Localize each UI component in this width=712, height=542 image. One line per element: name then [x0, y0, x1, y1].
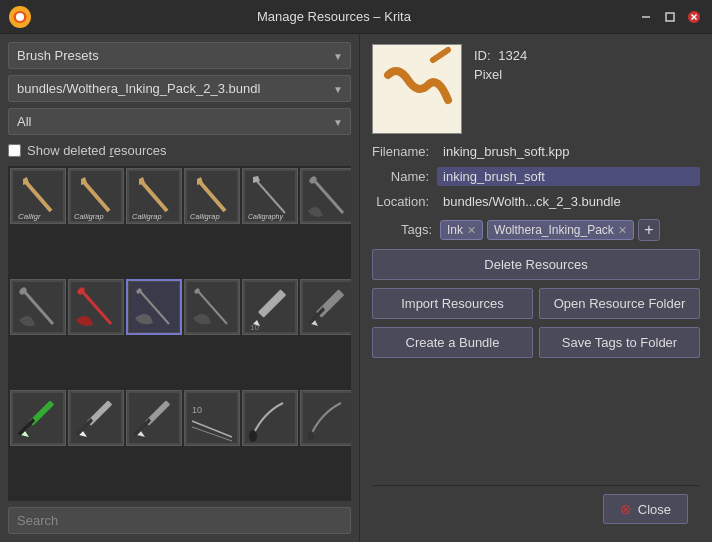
preview-info: ID: 1324 Pixel: [474, 44, 527, 82]
svg-point-56: [308, 431, 314, 441]
bundle-save-row: Create a Bundle Save Tags to Folder: [372, 327, 700, 358]
minimize-button[interactable]: [636, 7, 656, 27]
filename-label: Filename:: [372, 144, 429, 159]
left-panel: Brush Presets Patterns Gradients Palette…: [0, 34, 360, 542]
filename-value: inking_brush_soft.kpp: [437, 142, 700, 161]
brush-preset-grid: Calligr Calligrap: [8, 166, 351, 501]
close-dialog-label: Close: [638, 502, 671, 517]
create-bundle-button[interactable]: Create a Bundle: [372, 327, 533, 358]
brush-item[interactable]: [126, 279, 182, 335]
svg-text:10: 10: [250, 323, 259, 332]
tag-ink-remove-icon[interactable]: ✕: [467, 224, 476, 237]
brush-item[interactable]: [300, 279, 351, 335]
close-dialog-icon: ⊗: [620, 501, 632, 517]
brush-item[interactable]: [10, 390, 66, 446]
titlebar: Manage Resources – Krita: [0, 0, 712, 34]
brush-item[interactable]: Calligrap: [126, 168, 182, 224]
brush-item[interactable]: [184, 279, 240, 335]
bundle-dropdown-row: bundles/Wolthera_Inking_Pack_2_3.bundl A…: [8, 75, 351, 102]
svg-text:Calligrap: Calligrap: [132, 212, 162, 221]
show-deleted-row: Show deleted resources: [8, 141, 351, 160]
show-deleted-label[interactable]: Show deleted resources: [27, 143, 167, 158]
tags-container: Ink ✕ Wolthera_Inking_Pack ✕ +: [440, 219, 660, 241]
close-window-button[interactable]: [684, 7, 704, 27]
svg-text:Calligraphy: Calligraphy: [248, 213, 284, 221]
brush-item[interactable]: [68, 390, 124, 446]
name-label: Name:: [372, 169, 429, 184]
import-resources-button[interactable]: Import Resources: [372, 288, 533, 319]
filter-dropdown[interactable]: All Active Deleted: [8, 108, 351, 135]
svg-text:Calligr: Calligr: [18, 212, 41, 221]
delete-resources-button[interactable]: Delete Resources: [372, 249, 700, 280]
brush-item[interactable]: Calligr: [10, 168, 66, 224]
filter-dropdown-row: All Active Deleted ▼: [8, 108, 351, 135]
svg-point-54: [249, 430, 257, 442]
bottom-bar: ⊗ Close: [372, 485, 700, 532]
tag-add-button[interactable]: +: [638, 219, 660, 241]
id-label: ID:: [474, 48, 491, 63]
resource-type: Pixel: [474, 67, 527, 82]
show-deleted-checkbox[interactable]: [8, 144, 21, 157]
brush-item[interactable]: [300, 168, 351, 224]
brush-item[interactable]: [10, 279, 66, 335]
import-open-row: Import Resources Open Resource Folder: [372, 288, 700, 319]
brush-item[interactable]: 10: [184, 390, 240, 446]
titlebar-left: [8, 5, 32, 29]
tag-chip-wolthera[interactable]: Wolthera_Inking_Pack ✕: [487, 220, 634, 240]
svg-text:Calligrap: Calligrap: [190, 212, 220, 221]
brush-item[interactable]: [300, 390, 351, 446]
tag-ink-label: Ink: [447, 223, 463, 237]
id-value: 1324: [498, 48, 527, 63]
svg-text:Calligrap: Calligrap: [74, 212, 104, 221]
tag-chip-ink[interactable]: Ink ✕: [440, 220, 483, 240]
type-dropdown-row: Brush Presets Patterns Gradients Palette…: [8, 42, 351, 69]
save-tags-button[interactable]: Save Tags to Folder: [539, 327, 700, 358]
svg-point-1: [16, 13, 24, 21]
name-value: inking_brush_soft: [437, 167, 700, 186]
brush-item[interactable]: [242, 390, 298, 446]
brush-item[interactable]: [68, 279, 124, 335]
search-row: [8, 507, 351, 534]
right-panel: ID: 1324 Pixel Filename: inking_brush_so…: [360, 34, 712, 542]
content-area: Brush Presets Patterns Gradients Palette…: [0, 34, 712, 542]
svg-text:10: 10: [192, 405, 202, 415]
info-table: Filename: inking_brush_soft.kpp Name: in…: [372, 142, 700, 211]
location-value: bundles/Wolth...ck_2_3.bundle: [437, 192, 700, 211]
krita-logo-icon: [8, 5, 32, 29]
brush-item[interactable]: [126, 390, 182, 446]
location-label: Location:: [372, 194, 429, 209]
preview-row: ID: 1324 Pixel: [372, 44, 700, 134]
titlebar-controls: [636, 7, 704, 27]
tag-wolthera-label: Wolthera_Inking_Pack: [494, 223, 614, 237]
bundle-dropdown[interactable]: bundles/Wolthera_Inking_Pack_2_3.bundl A…: [8, 75, 351, 102]
main-window: Manage Resources – Krita Brush Presets P…: [0, 0, 712, 542]
tags-row: Tags: Ink ✕ Wolthera_Inking_Pack ✕ +: [372, 219, 700, 241]
restore-button[interactable]: [660, 7, 680, 27]
tags-label: Tags:: [372, 219, 432, 237]
resource-type-dropdown[interactable]: Brush Presets Patterns Gradients Palette…: [8, 42, 351, 69]
brush-item[interactable]: Calligrap: [184, 168, 240, 224]
brush-preview-thumbnail: [372, 44, 462, 134]
resource-id: ID: 1324: [474, 48, 527, 63]
brush-item[interactable]: Calligraphy: [242, 168, 298, 224]
open-resource-folder-button[interactable]: Open Resource Folder: [539, 288, 700, 319]
search-input[interactable]: [8, 507, 351, 534]
brush-item[interactable]: Calligrap: [68, 168, 124, 224]
brush-item[interactable]: 10: [242, 279, 298, 335]
tag-wolthera-remove-icon[interactable]: ✕: [618, 224, 627, 237]
window-title: Manage Resources – Krita: [32, 9, 636, 24]
close-dialog-button[interactable]: ⊗ Close: [603, 494, 688, 524]
